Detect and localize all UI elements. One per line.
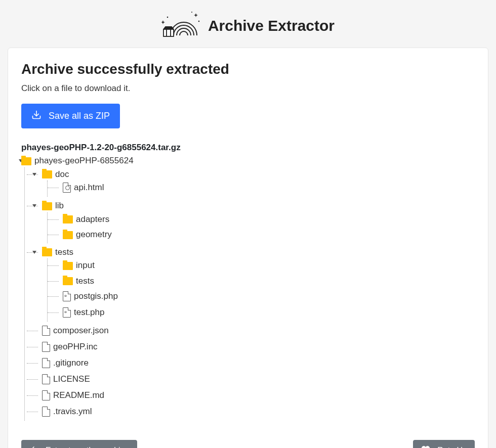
extract-another-button[interactable]: Extract another archive: [21, 440, 137, 448]
save-all-zip-label: Save all as ZIP: [49, 111, 110, 121]
svg-point-3: [167, 17, 169, 18]
tree-toggle-icon[interactable]: [32, 250, 37, 255]
tree-node: .travis.yml: [35, 405, 475, 421]
folder-node[interactable]: geometry: [63, 230, 112, 240]
svg-marker-9: [32, 204, 36, 207]
save-all-zip-button[interactable]: Save all as ZIP: [21, 104, 120, 128]
tree-node-label: README.md: [53, 390, 104, 400]
file-icon: [42, 342, 50, 352]
tree-node: phayes-geoPHP-6855624docapi.htmllibadapt…: [21, 154, 475, 423]
rate-us-button[interactable]: Rate Us: [413, 440, 475, 448]
file-icon: [63, 307, 71, 318]
svg-marker-10: [32, 251, 36, 254]
folder-icon: [42, 202, 52, 210]
tree-node: composer.json: [35, 324, 475, 340]
tree-node: test.php: [56, 305, 475, 322]
file-node[interactable]: LICENSE: [42, 374, 90, 384]
app-logo-icon: [161, 11, 208, 40]
file-node[interactable]: .travis.yml: [42, 407, 92, 417]
file-node[interactable]: api.html: [63, 183, 104, 193]
tree-node: LICENSE: [35, 372, 475, 388]
app-title: Archive Extractor: [208, 17, 335, 34]
page-heading: Archive successfully extracted: [21, 61, 475, 77]
tree-node: input: [56, 258, 475, 274]
folder-icon: [63, 215, 73, 223]
tree-node: README.md: [35, 388, 475, 405]
tree-node-label: geometry: [76, 230, 112, 240]
tree-node-label: composer.json: [53, 326, 109, 336]
extract-another-label: Extract another archive: [46, 446, 129, 448]
folder-node[interactable]: lib: [42, 201, 64, 211]
folder-node[interactable]: doc: [42, 169, 69, 180]
file-icon: [42, 407, 50, 417]
archive-name: phayes-geoPHP-1.2-20-g6855624.tar.gz: [21, 143, 475, 153]
tree-node-label: geoPHP.inc: [53, 342, 98, 352]
tree-node: .gitignore: [35, 356, 475, 372]
tree-node-label: phayes-geoPHP-6855624: [34, 156, 134, 166]
svg-point-4: [198, 21, 200, 22]
folder-icon: [42, 248, 52, 256]
folder-icon: [63, 277, 73, 285]
tree-node: libadaptersgeometry: [35, 199, 475, 245]
tree-node-label: postgis.php: [74, 291, 118, 301]
file-icon: [42, 374, 50, 384]
svg-marker-2: [194, 13, 198, 17]
folder-node[interactable]: tests: [63, 276, 94, 286]
tree-node-label: lib: [55, 201, 64, 211]
arrow-left-icon: [29, 445, 38, 448]
svg-marker-8: [32, 173, 36, 176]
file-tree: phayes-geoPHP-6855624docapi.htmllibadapt…: [21, 154, 475, 423]
tree-node-label: tests: [76, 276, 94, 286]
folder-node[interactable]: input: [63, 260, 95, 271]
heart-icon: [421, 445, 430, 448]
svg-rect-0: [163, 29, 174, 36]
result-card: Archive successfully extracted Click on …: [8, 48, 488, 448]
tree-node: api.html: [56, 181, 475, 197]
file-icon: [42, 326, 50, 336]
tree-node-label: adapters: [76, 214, 109, 225]
file-icon: [63, 183, 71, 193]
folder-icon: [63, 231, 73, 239]
file-node[interactable]: README.md: [42, 390, 104, 400]
file-node[interactable]: composer.json: [42, 326, 109, 336]
tree-node-label: input: [76, 260, 95, 271]
tree-node: geoPHP.inc: [35, 340, 475, 356]
file-icon: [42, 390, 50, 400]
folder-icon: [63, 262, 73, 270]
svg-marker-1: [161, 20, 165, 24]
tree-node-label: doc: [55, 169, 69, 180]
file-icon: [42, 358, 50, 368]
tree-node-label: api.html: [74, 183, 104, 193]
file-node[interactable]: .gitignore: [42, 358, 89, 368]
file-node[interactable]: geoPHP.inc: [42, 342, 98, 352]
tree-node: geometry: [56, 228, 475, 243]
file-node[interactable]: test.php: [63, 307, 105, 318]
tree-toggle-icon[interactable]: [32, 203, 37, 208]
tree-node-label: .gitignore: [53, 358, 89, 368]
tree-node-label: .travis.yml: [53, 407, 92, 417]
tree-node: adapters: [56, 212, 475, 228]
svg-point-5: [191, 12, 192, 13]
folder-node[interactable]: adapters: [63, 214, 109, 225]
folder-icon: [42, 170, 52, 178]
tree-node: testsinputtestspostgis.phptest.php: [35, 245, 475, 324]
folder-icon: [21, 157, 31, 165]
tree-node: docapi.html: [35, 167, 475, 199]
folder-node[interactable]: tests: [42, 247, 73, 257]
file-icon: [63, 291, 71, 301]
file-node[interactable]: postgis.php: [63, 291, 118, 301]
tree-node-label: LICENSE: [53, 374, 90, 384]
app-header: Archive Extractor: [8, 0, 488, 48]
tree-node-label: test.php: [74, 307, 105, 318]
tree-node: tests: [56, 274, 475, 290]
tree-toggle-icon[interactable]: [32, 172, 37, 177]
tree-node-label: tests: [55, 247, 73, 257]
tree-node: postgis.php: [56, 289, 475, 305]
download-icon: [31, 110, 42, 122]
folder-node[interactable]: phayes-geoPHP-6855624: [21, 156, 134, 166]
rate-us-label: Rate Us: [437, 446, 467, 448]
page-subtitle: Click on a file to download it.: [21, 83, 475, 94]
